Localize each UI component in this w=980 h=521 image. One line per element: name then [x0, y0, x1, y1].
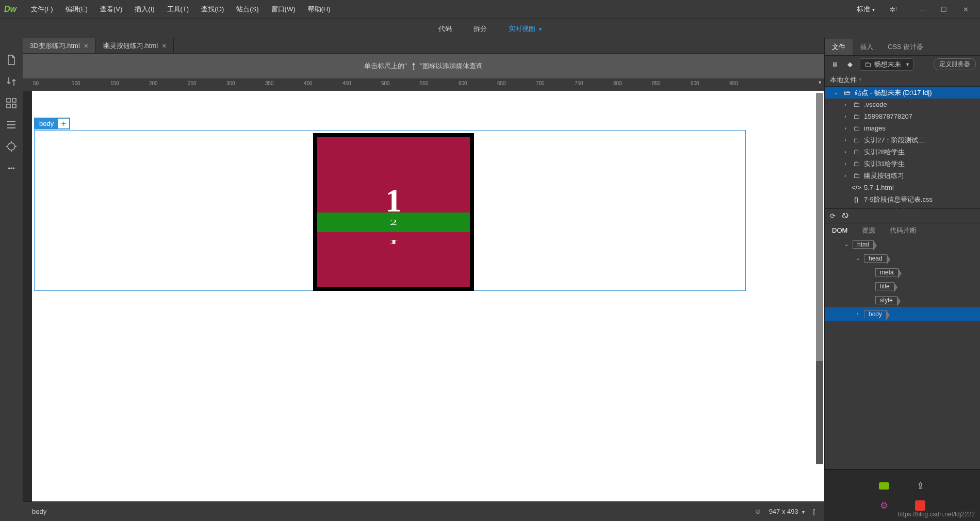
dom-tree-row[interactable]: ⌄html: [825, 237, 980, 251]
file-tree-row[interactable]: ⌄🗁站点 - 畅想未来 (D:\17 ldj): [825, 87, 980, 99]
caret-icon[interactable]: ⌄: [833, 90, 839, 95]
bracket-icon[interactable]: [: [813, 508, 815, 515]
vertical-scrollbar[interactable]: [816, 93, 823, 464]
refresh-icon[interactable]: ⟳: [830, 212, 836, 220]
caret-icon[interactable]: ›: [842, 137, 848, 143]
caret-icon[interactable]: ›: [842, 113, 848, 119]
assets-tab[interactable]: 资源: [855, 224, 883, 237]
horizontal-ruler[interactable]: 5010015020025030035040045050055060065070…: [23, 78, 824, 91]
gear-icon[interactable]: ✲!: [887, 3, 900, 15]
define-server-button[interactable]: 定义服务器: [934, 58, 976, 70]
file-icon[interactable]: [5, 54, 18, 66]
maximize-button[interactable]: ☐: [934, 3, 954, 15]
html-icon: </>: [852, 184, 861, 191]
panel-tabs-bottom: DOM 资源 代码片断: [825, 223, 980, 237]
file-tree-row[interactable]: ›🗀1589878778207: [825, 110, 980, 122]
menu-tools[interactable]: 工具(T): [161, 3, 195, 16]
dom-tree-row[interactable]: meta: [825, 265, 980, 279]
menu-file[interactable]: 文件(F): [25, 3, 59, 16]
viewmode-split[interactable]: 拆分: [470, 22, 490, 36]
viewmode-code[interactable]: 代码: [435, 22, 455, 36]
doc-tab-1[interactable]: 3D变形练习.html×: [23, 38, 96, 53]
transform-box: 1 2 1: [313, 133, 474, 291]
site-selector[interactable]: 🗀 畅想未来 ▾: [860, 58, 913, 71]
minimize-button[interactable]: —: [912, 3, 933, 15]
ruler-tick: 750: [575, 80, 583, 86]
close-icon[interactable]: ×: [84, 42, 88, 50]
close-icon[interactable]: ×: [162, 42, 166, 50]
transfer-icon[interactable]: [5, 75, 18, 88]
file-tree-row[interactable]: ›🗀images: [825, 122, 980, 134]
design-canvas[interactable]: body + 1 2 1: [32, 91, 824, 501]
tree-label: 幽灵按钮练习: [864, 171, 904, 181]
monitor-icon[interactable]: 🖥: [829, 59, 840, 70]
menu-window[interactable]: 窗口(W): [265, 3, 302, 16]
file-tree-row[interactable]: ›🗀实训28给学生: [825, 146, 980, 158]
more-icon[interactable]: •••: [5, 162, 18, 174]
menu-view[interactable]: 查看(V): [94, 3, 128, 16]
caret-icon[interactable]: ⌄: [855, 255, 861, 261]
svg-point-12: [413, 69, 414, 70]
dom-tree-row[interactable]: style: [825, 293, 980, 307]
caret-icon[interactable]: ›: [842, 173, 848, 178]
viewmode-live[interactable]: 实时视图 ▾: [505, 22, 545, 36]
list-icon[interactable]: [5, 119, 18, 131]
local-files-header[interactable]: 本地文件 ↑: [825, 73, 980, 87]
dom-tab[interactable]: DOM: [825, 224, 855, 236]
ruler-tick: 600: [459, 80, 467, 86]
bug-icon[interactable]: ⚙: [878, 499, 890, 512]
check-icon[interactable]: ⊘: [755, 508, 761, 515]
caret-icon[interactable]: ›: [842, 125, 848, 131]
caret-icon[interactable]: ⌄: [843, 241, 850, 247]
file-tree-row[interactable]: {}7-9阶段信息登记表.css: [825, 193, 980, 205]
workspace-switcher[interactable]: 标准▾: [851, 3, 881, 16]
canvas-size[interactable]: 947 x 493 ▾: [769, 508, 805, 515]
file-tree-row[interactable]: ›🗀幽灵按钮练习: [825, 170, 980, 182]
ruler-tick: 950: [729, 80, 738, 86]
panel-tab-files[interactable]: 文件: [825, 39, 853, 55]
file-tree-row[interactable]: ›🗀实训27：阶段测试二: [825, 134, 980, 146]
menu-help[interactable]: 帮助(H): [302, 3, 337, 16]
dom-path[interactable]: body: [32, 508, 46, 515]
caret-icon[interactable]: ›: [842, 102, 848, 107]
menu-site[interactable]: 站点(S): [230, 3, 265, 16]
target-icon[interactable]: [5, 140, 18, 153]
menu-find[interactable]: 查找(D): [195, 3, 230, 16]
cc-icon[interactable]: [914, 499, 926, 512]
svg-point-7: [8, 143, 15, 150]
ruler-tick: 850: [652, 80, 661, 86]
panel-tab-css[interactable]: CSS 设计器: [880, 39, 930, 55]
close-button[interactable]: ✕: [955, 3, 976, 15]
snippets-tab[interactable]: 代码片断: [883, 224, 924, 237]
menu-insert[interactable]: 插入(I): [128, 3, 160, 16]
nvidia-icon[interactable]: [878, 480, 890, 492]
dom-tree-row[interactable]: ›body: [825, 307, 980, 321]
panel-tab-insert[interactable]: 插入: [853, 39, 880, 55]
svg-rect-1: [12, 99, 16, 102]
plus-icon[interactable]: +: [58, 119, 69, 128]
file-tree-row[interactable]: </>5.7-1.html: [825, 182, 980, 193]
dom-tree-row[interactable]: title: [825, 279, 980, 293]
caret-icon[interactable]: ›: [842, 161, 848, 167]
scrollbar-thumb[interactable]: [816, 93, 823, 361]
files-toolbar: 🖥 ◆ 🗀 畅想未来 ▾ 定义服务器: [825, 56, 980, 73]
body-outline: 1 2 1: [34, 130, 746, 291]
file-tree-row[interactable]: ›🗀.vscode: [825, 99, 980, 110]
diamond-icon[interactable]: ◆: [844, 59, 856, 70]
dom-tree-row[interactable]: ⌄head: [825, 251, 980, 265]
sync-icon[interactable]: 🗘: [842, 212, 848, 220]
caret-icon[interactable]: ›: [855, 311, 861, 317]
doc-tab-2[interactable]: 幽灵按钮练习.html×: [96, 38, 174, 53]
caret-icon[interactable]: ›: [842, 149, 848, 155]
ruler-tick: 350: [265, 80, 274, 86]
svg-rect-2: [7, 104, 10, 108]
element-chip[interactable]: body +: [34, 118, 70, 129]
folder-icon: 🗀: [852, 101, 861, 108]
tree-label: 实训27：阶段测试二: [864, 136, 925, 145]
folder-icon: 🗀: [852, 172, 861, 180]
ruler-marker-icon[interactable]: ▾: [819, 79, 821, 85]
menu-edit[interactable]: 编辑(E): [59, 3, 94, 16]
grid-icon[interactable]: [5, 97, 18, 109]
file-tree-row[interactable]: ›🗀实训31给学生: [825, 158, 980, 170]
usb-icon[interactable]: ⇪: [914, 480, 926, 492]
